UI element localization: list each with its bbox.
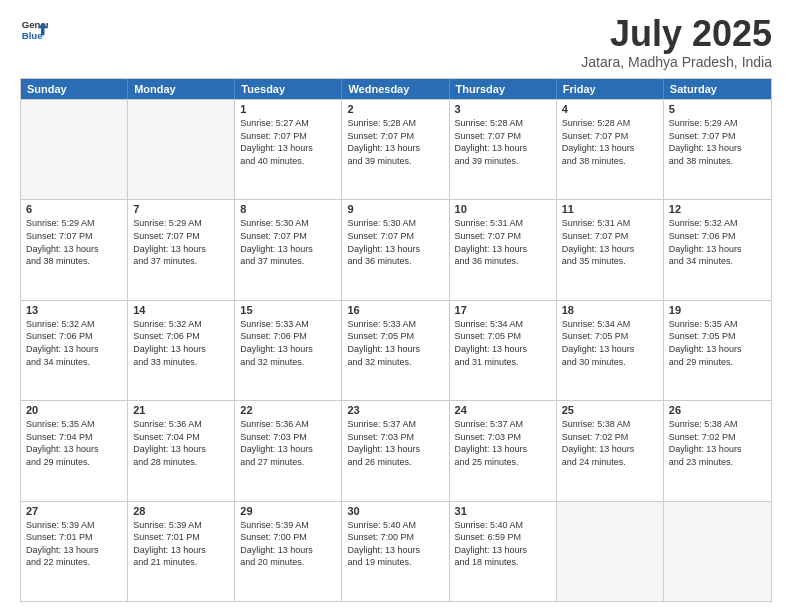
day-number: 14 bbox=[133, 304, 229, 316]
day-cell-10: 10Sunrise: 5:31 AM Sunset: 7:07 PM Dayli… bbox=[450, 200, 557, 299]
sun-info: Sunrise: 5:29 AM Sunset: 7:07 PM Dayligh… bbox=[26, 217, 122, 267]
day-cell-20: 20Sunrise: 5:35 AM Sunset: 7:04 PM Dayli… bbox=[21, 401, 128, 500]
header: General Blue July 2025 Jatara, Madhya Pr… bbox=[20, 16, 772, 70]
logo-icon: General Blue bbox=[20, 16, 48, 44]
sun-info: Sunrise: 5:37 AM Sunset: 7:03 PM Dayligh… bbox=[455, 418, 551, 468]
sun-info: Sunrise: 5:28 AM Sunset: 7:07 PM Dayligh… bbox=[347, 117, 443, 167]
day-number: 9 bbox=[347, 203, 443, 215]
svg-text:Blue: Blue bbox=[22, 30, 43, 41]
weekday-header-thursday: Thursday bbox=[450, 79, 557, 99]
day-cell-16: 16Sunrise: 5:33 AM Sunset: 7:05 PM Dayli… bbox=[342, 301, 449, 400]
day-number: 4 bbox=[562, 103, 658, 115]
calendar-row-0: 1Sunrise: 5:27 AM Sunset: 7:07 PM Daylig… bbox=[21, 99, 771, 199]
calendar-row-2: 13Sunrise: 5:32 AM Sunset: 7:06 PM Dayli… bbox=[21, 300, 771, 400]
sun-info: Sunrise: 5:34 AM Sunset: 7:05 PM Dayligh… bbox=[562, 318, 658, 368]
day-cell-23: 23Sunrise: 5:37 AM Sunset: 7:03 PM Dayli… bbox=[342, 401, 449, 500]
calendar-row-3: 20Sunrise: 5:35 AM Sunset: 7:04 PM Dayli… bbox=[21, 400, 771, 500]
sun-info: Sunrise: 5:39 AM Sunset: 7:01 PM Dayligh… bbox=[133, 519, 229, 569]
day-cell-6: 6Sunrise: 5:29 AM Sunset: 7:07 PM Daylig… bbox=[21, 200, 128, 299]
day-cell-25: 25Sunrise: 5:38 AM Sunset: 7:02 PM Dayli… bbox=[557, 401, 664, 500]
day-number: 23 bbox=[347, 404, 443, 416]
logo: General Blue bbox=[20, 16, 48, 44]
weekday-header-wednesday: Wednesday bbox=[342, 79, 449, 99]
day-cell-12: 12Sunrise: 5:32 AM Sunset: 7:06 PM Dayli… bbox=[664, 200, 771, 299]
sun-info: Sunrise: 5:38 AM Sunset: 7:02 PM Dayligh… bbox=[669, 418, 766, 468]
sun-info: Sunrise: 5:40 AM Sunset: 6:59 PM Dayligh… bbox=[455, 519, 551, 569]
day-number: 28 bbox=[133, 505, 229, 517]
sun-info: Sunrise: 5:38 AM Sunset: 7:02 PM Dayligh… bbox=[562, 418, 658, 468]
day-cell-21: 21Sunrise: 5:36 AM Sunset: 7:04 PM Dayli… bbox=[128, 401, 235, 500]
day-number: 24 bbox=[455, 404, 551, 416]
day-cell-3: 3Sunrise: 5:28 AM Sunset: 7:07 PM Daylig… bbox=[450, 100, 557, 199]
calendar-row-1: 6Sunrise: 5:29 AM Sunset: 7:07 PM Daylig… bbox=[21, 199, 771, 299]
sun-info: Sunrise: 5:39 AM Sunset: 7:01 PM Dayligh… bbox=[26, 519, 122, 569]
empty-cell-0-1 bbox=[128, 100, 235, 199]
sun-info: Sunrise: 5:36 AM Sunset: 7:04 PM Dayligh… bbox=[133, 418, 229, 468]
sun-info: Sunrise: 5:29 AM Sunset: 7:07 PM Dayligh… bbox=[669, 117, 766, 167]
sun-info: Sunrise: 5:31 AM Sunset: 7:07 PM Dayligh… bbox=[562, 217, 658, 267]
day-number: 8 bbox=[240, 203, 336, 215]
location: Jatara, Madhya Pradesh, India bbox=[581, 54, 772, 70]
day-cell-11: 11Sunrise: 5:31 AM Sunset: 7:07 PM Dayli… bbox=[557, 200, 664, 299]
calendar-header: SundayMondayTuesdayWednesdayThursdayFrid… bbox=[21, 79, 771, 99]
calendar-body: 1Sunrise: 5:27 AM Sunset: 7:07 PM Daylig… bbox=[21, 99, 771, 601]
day-cell-30: 30Sunrise: 5:40 AM Sunset: 7:00 PM Dayli… bbox=[342, 502, 449, 601]
day-number: 6 bbox=[26, 203, 122, 215]
day-cell-26: 26Sunrise: 5:38 AM Sunset: 7:02 PM Dayli… bbox=[664, 401, 771, 500]
day-number: 25 bbox=[562, 404, 658, 416]
day-number: 26 bbox=[669, 404, 766, 416]
day-number: 22 bbox=[240, 404, 336, 416]
day-number: 29 bbox=[240, 505, 336, 517]
empty-cell-4-6 bbox=[664, 502, 771, 601]
sun-info: Sunrise: 5:27 AM Sunset: 7:07 PM Dayligh… bbox=[240, 117, 336, 167]
day-cell-9: 9Sunrise: 5:30 AM Sunset: 7:07 PM Daylig… bbox=[342, 200, 449, 299]
page: General Blue July 2025 Jatara, Madhya Pr… bbox=[0, 0, 792, 612]
day-cell-4: 4Sunrise: 5:28 AM Sunset: 7:07 PM Daylig… bbox=[557, 100, 664, 199]
weekday-header-saturday: Saturday bbox=[664, 79, 771, 99]
day-cell-28: 28Sunrise: 5:39 AM Sunset: 7:01 PM Dayli… bbox=[128, 502, 235, 601]
day-cell-13: 13Sunrise: 5:32 AM Sunset: 7:06 PM Dayli… bbox=[21, 301, 128, 400]
weekday-header-monday: Monday bbox=[128, 79, 235, 99]
day-cell-1: 1Sunrise: 5:27 AM Sunset: 7:07 PM Daylig… bbox=[235, 100, 342, 199]
day-number: 5 bbox=[669, 103, 766, 115]
day-cell-2: 2Sunrise: 5:28 AM Sunset: 7:07 PM Daylig… bbox=[342, 100, 449, 199]
day-cell-8: 8Sunrise: 5:30 AM Sunset: 7:07 PM Daylig… bbox=[235, 200, 342, 299]
day-cell-14: 14Sunrise: 5:32 AM Sunset: 7:06 PM Dayli… bbox=[128, 301, 235, 400]
day-number: 20 bbox=[26, 404, 122, 416]
sun-info: Sunrise: 5:29 AM Sunset: 7:07 PM Dayligh… bbox=[133, 217, 229, 267]
day-cell-5: 5Sunrise: 5:29 AM Sunset: 7:07 PM Daylig… bbox=[664, 100, 771, 199]
sun-info: Sunrise: 5:35 AM Sunset: 7:05 PM Dayligh… bbox=[669, 318, 766, 368]
day-cell-17: 17Sunrise: 5:34 AM Sunset: 7:05 PM Dayli… bbox=[450, 301, 557, 400]
day-number: 1 bbox=[240, 103, 336, 115]
sun-info: Sunrise: 5:39 AM Sunset: 7:00 PM Dayligh… bbox=[240, 519, 336, 569]
day-number: 30 bbox=[347, 505, 443, 517]
sun-info: Sunrise: 5:34 AM Sunset: 7:05 PM Dayligh… bbox=[455, 318, 551, 368]
sun-info: Sunrise: 5:40 AM Sunset: 7:00 PM Dayligh… bbox=[347, 519, 443, 569]
weekday-header-friday: Friday bbox=[557, 79, 664, 99]
weekday-header-sunday: Sunday bbox=[21, 79, 128, 99]
day-cell-7: 7Sunrise: 5:29 AM Sunset: 7:07 PM Daylig… bbox=[128, 200, 235, 299]
day-cell-22: 22Sunrise: 5:36 AM Sunset: 7:03 PM Dayli… bbox=[235, 401, 342, 500]
calendar: SundayMondayTuesdayWednesdayThursdayFrid… bbox=[20, 78, 772, 602]
day-number: 7 bbox=[133, 203, 229, 215]
day-number: 17 bbox=[455, 304, 551, 316]
day-number: 15 bbox=[240, 304, 336, 316]
day-number: 21 bbox=[133, 404, 229, 416]
sun-info: Sunrise: 5:37 AM Sunset: 7:03 PM Dayligh… bbox=[347, 418, 443, 468]
sun-info: Sunrise: 5:36 AM Sunset: 7:03 PM Dayligh… bbox=[240, 418, 336, 468]
month-title: July 2025 bbox=[581, 16, 772, 52]
sun-info: Sunrise: 5:33 AM Sunset: 7:06 PM Dayligh… bbox=[240, 318, 336, 368]
sun-info: Sunrise: 5:32 AM Sunset: 7:06 PM Dayligh… bbox=[669, 217, 766, 267]
day-cell-18: 18Sunrise: 5:34 AM Sunset: 7:05 PM Dayli… bbox=[557, 301, 664, 400]
day-number: 10 bbox=[455, 203, 551, 215]
day-number: 2 bbox=[347, 103, 443, 115]
day-cell-24: 24Sunrise: 5:37 AM Sunset: 7:03 PM Dayli… bbox=[450, 401, 557, 500]
day-cell-15: 15Sunrise: 5:33 AM Sunset: 7:06 PM Dayli… bbox=[235, 301, 342, 400]
day-number: 18 bbox=[562, 304, 658, 316]
weekday-header-tuesday: Tuesday bbox=[235, 79, 342, 99]
title-block: July 2025 Jatara, Madhya Pradesh, India bbox=[581, 16, 772, 70]
day-number: 19 bbox=[669, 304, 766, 316]
day-number: 16 bbox=[347, 304, 443, 316]
day-number: 31 bbox=[455, 505, 551, 517]
calendar-row-4: 27Sunrise: 5:39 AM Sunset: 7:01 PM Dayli… bbox=[21, 501, 771, 601]
